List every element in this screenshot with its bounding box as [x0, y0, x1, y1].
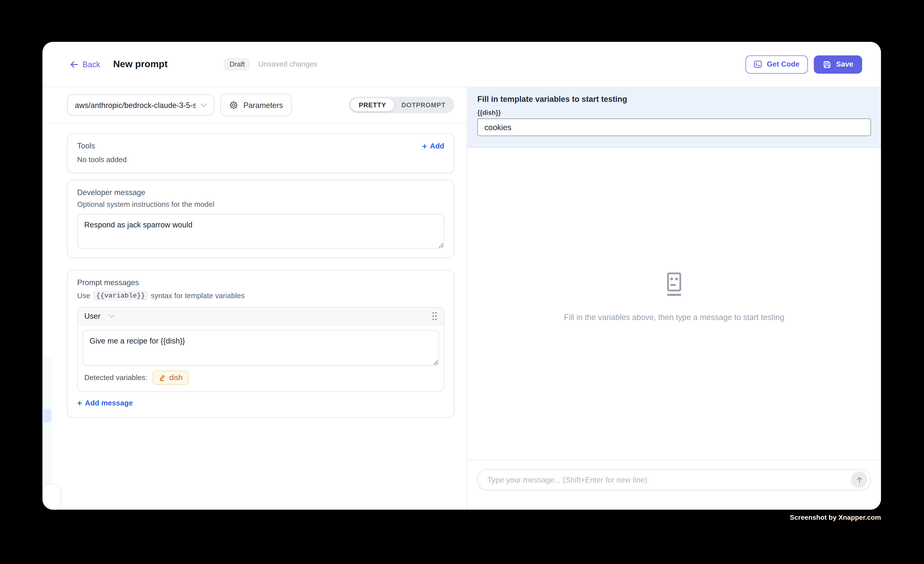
add-tool-label: Add: [430, 142, 444, 150]
terminal-icon: [754, 60, 762, 68]
add-message-button[interactable]: + Add message: [77, 399, 444, 407]
save-floppy-icon: [823, 60, 831, 69]
status-badge: Draft: [224, 58, 250, 71]
arrow-left-icon: [69, 60, 78, 69]
chat-input-bar: [467, 460, 881, 510]
background-corner-card: [42, 484, 61, 510]
chevron-down-icon: [109, 314, 115, 318]
app-window: Back New prompt Draft Unsaved changes Ge…: [42, 42, 881, 510]
back-label: Back: [82, 60, 100, 69]
background-rail-highlight: [43, 409, 51, 423]
send-button[interactable]: [851, 471, 867, 488]
empty-state-text: Fill in the variables above, then type a…: [564, 313, 784, 321]
tools-card-title: Tools: [77, 141, 95, 150]
test-panel: Fill in template variables to start test…: [467, 87, 881, 510]
back-button[interactable]: Back: [69, 60, 100, 69]
hint-suffix: syntax for template variables: [151, 291, 244, 300]
unsaved-changes-text: Unsaved changes: [258, 60, 317, 68]
model-select[interactable]: aws/anthropic/bedrock-claude-3-5-s...: [67, 94, 214, 116]
app-header: Back New prompt Draft Unsaved changes Ge…: [42, 42, 881, 87]
plus-icon: +: [77, 399, 82, 407]
drag-handle[interactable]: [432, 312, 437, 320]
tools-card: Tools + Add No tools added: [67, 133, 454, 173]
role-value: User: [84, 312, 100, 320]
parameters-button[interactable]: Parameters: [220, 94, 292, 116]
hint-prefix: Use: [77, 291, 90, 300]
get-code-label: Get Code: [767, 60, 800, 68]
detected-variables-row: Detected variables: dish: [82, 370, 439, 387]
model-toolbar: aws/anthropic/bedrock-claude-3-5-s... Pa…: [42, 87, 466, 124]
developer-message-card: Developer message Optional system instru…: [67, 180, 454, 258]
add-tool-button[interactable]: + Add: [422, 142, 444, 150]
watermark-text: Screenshot by Xnapper.com: [790, 514, 881, 521]
variable-badge-label: dish: [169, 374, 183, 382]
parameters-label: Parameters: [243, 100, 283, 109]
developer-card-subtitle: Optional system instructions for the mod…: [77, 200, 444, 208]
chat-input-pill: [477, 469, 871, 490]
save-label: Save: [836, 60, 853, 68]
pencil-icon: [159, 374, 166, 381]
tools-empty-text: No tools added: [77, 156, 444, 164]
robot-face-icon: [662, 272, 686, 298]
variable-code-chip: {{variable}}: [93, 290, 148, 300]
plus-icon: +: [422, 142, 427, 150]
variable-dish-label: {{dish}}: [477, 109, 871, 116]
gear-icon: [230, 100, 238, 109]
arrow-up-icon: [855, 475, 864, 484]
view-mode-toggle: PRETTY DOTPROMPT: [349, 97, 454, 113]
chat-empty-state: Fill in the variables above, then type a…: [467, 148, 881, 459]
role-select[interactable]: User: [84, 312, 115, 320]
message-block: User: [77, 307, 444, 392]
toggle-option-dotprompt[interactable]: DOTPROMPT: [394, 99, 453, 111]
variables-panel-title: Fill in template variables to start test…: [477, 95, 871, 104]
toggle-option-pretty[interactable]: PRETTY: [351, 99, 394, 111]
variable-dish-input[interactable]: [477, 118, 871, 136]
message-header: User: [78, 308, 444, 325]
get-code-button[interactable]: Get Code: [746, 55, 808, 73]
prompt-messages-card: Prompt messages Use {{variable}} syntax …: [67, 270, 454, 418]
template-variables-panel: Fill in template variables to start test…: [467, 87, 881, 148]
page-title: New prompt: [113, 59, 168, 70]
developer-card-title: Developer message: [77, 188, 444, 197]
chat-message-input[interactable]: [486, 474, 851, 484]
add-message-label: Add message: [85, 399, 133, 407]
model-select-value: aws/anthropic/bedrock-claude-3-5-s...: [75, 100, 195, 109]
prompt-editor-panel: aws/anthropic/bedrock-claude-3-5-s... Pa…: [42, 87, 467, 510]
message-textarea[interactable]: Give me a recipe for {{dish}}: [82, 330, 439, 366]
variable-badge-dish[interactable]: dish: [153, 370, 189, 385]
variable-syntax-hint: Use {{variable}} syntax for template var…: [77, 290, 444, 300]
chevron-down-icon: [200, 103, 207, 107]
detected-variables-label: Detected variables:: [84, 374, 147, 382]
save-button[interactable]: Save: [814, 55, 862, 73]
screenshot-frame: Back New prompt Draft Unsaved changes Ge…: [0, 0, 924, 564]
prompt-card-title: Prompt messages: [77, 278, 444, 287]
developer-message-textarea[interactable]: Respond as jack sparrow would: [77, 214, 444, 249]
